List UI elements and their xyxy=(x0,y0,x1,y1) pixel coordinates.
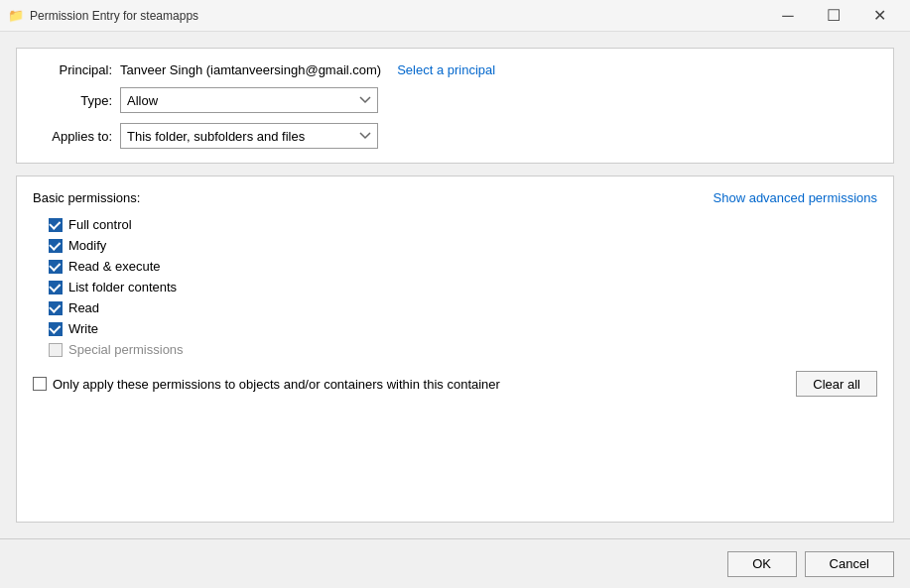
minimize-button[interactable]: ─ xyxy=(765,0,811,32)
footer: OK Cancel xyxy=(0,538,910,588)
only-apply-label: Only apply these permissions to objects … xyxy=(53,377,500,392)
cancel-button[interactable]: Cancel xyxy=(805,551,894,577)
read-execute-checkbox[interactable] xyxy=(49,260,63,274)
list-item[interactable]: List folder contents xyxy=(49,280,877,294)
main-content: Principal: Tanveer Singh (iamtanveersing… xyxy=(0,32,910,538)
select-principal-link[interactable]: Select a principal xyxy=(397,62,495,77)
type-row: Type: Allow xyxy=(33,87,877,113)
special-permissions-label: Special permissions xyxy=(68,342,184,357)
maximize-button[interactable]: ☐ xyxy=(811,0,856,32)
window-controls: ─ ☐ ✕ xyxy=(765,0,902,32)
modify-checkbox[interactable] xyxy=(49,239,63,253)
list-folder-checkbox[interactable] xyxy=(49,281,63,294)
type-dropdown[interactable]: Allow xyxy=(120,87,378,113)
show-advanced-link[interactable]: Show advanced permissions xyxy=(714,190,877,205)
read-execute-label: Read & execute xyxy=(68,259,161,274)
modify-label: Modify xyxy=(68,238,106,253)
special-permissions-checkbox xyxy=(49,343,63,357)
list-item[interactable]: Read xyxy=(49,300,877,315)
title-bar: 📁 Permission Entry for steamapps ─ ☐ ✕ xyxy=(0,0,910,32)
write-checkbox[interactable] xyxy=(49,322,63,336)
basic-permissions-label: Basic permissions: xyxy=(33,190,140,205)
close-button[interactable]: ✕ xyxy=(856,0,902,32)
write-label: Write xyxy=(68,321,98,336)
type-label: Type: xyxy=(33,93,112,108)
list-item[interactable]: Full control xyxy=(49,217,877,232)
ok-button[interactable]: OK xyxy=(727,551,797,577)
read-checkbox[interactable] xyxy=(49,301,63,315)
applies-dropdown[interactable]: This folder, subfolders and files xyxy=(120,123,378,149)
applies-label: Applies to: xyxy=(33,129,112,144)
list-item[interactable]: Write xyxy=(49,321,877,336)
list-item: Special permissions xyxy=(49,342,877,357)
full-control-label: Full control xyxy=(68,217,132,232)
list-item[interactable]: Read & execute xyxy=(49,259,877,274)
principal-label: Principal: xyxy=(33,62,112,77)
only-apply-checkbox[interactable] xyxy=(33,377,47,391)
only-apply-row: Only apply these permissions to objects … xyxy=(33,377,500,392)
window-title: Permission Entry for steamapps xyxy=(30,9,765,23)
full-control-checkbox[interactable] xyxy=(49,218,63,232)
permissions-header: Basic permissions: Show advanced permiss… xyxy=(33,190,877,205)
list-folder-label: List folder contents xyxy=(68,280,177,294)
read-label: Read xyxy=(68,300,99,315)
top-section: Principal: Tanveer Singh (iamtanveersing… xyxy=(16,48,894,164)
principal-row: Principal: Tanveer Singh (iamtanveersing… xyxy=(33,62,877,77)
checkboxes-list: Full control Modify Read & execute List … xyxy=(33,217,877,357)
permissions-section: Basic permissions: Show advanced permiss… xyxy=(16,176,894,523)
window-icon: 📁 xyxy=(8,8,24,24)
list-item[interactable]: Modify xyxy=(49,238,877,253)
clear-all-button[interactable]: Clear all xyxy=(796,371,877,397)
principal-value: Tanveer Singh (iamtanveersingh@gmail.com… xyxy=(120,62,381,77)
bottom-area: Only apply these permissions to objects … xyxy=(33,371,877,397)
applies-row: Applies to: This folder, subfolders and … xyxy=(33,123,877,149)
